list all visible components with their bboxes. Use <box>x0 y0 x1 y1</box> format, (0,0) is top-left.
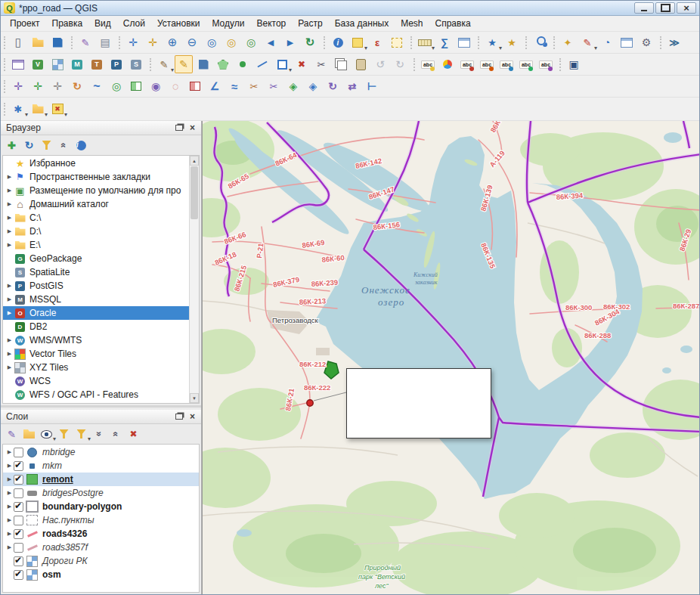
expander-icon[interactable] <box>5 201 14 207</box>
print-layout-button[interactable] <box>96 33 114 51</box>
open-layer-styling-button[interactable] <box>3 426 20 442</box>
temporal-controller-button[interactable] <box>598 33 616 51</box>
remove-layer-button[interactable] <box>125 426 142 442</box>
close-panel-button[interactable] <box>187 122 198 133</box>
show-map-tips-button[interactable] <box>559 33 577 51</box>
browser-properties-button[interactable] <box>73 137 90 153</box>
zoom-full-extent-button[interactable] <box>203 33 221 51</box>
add-vector-layer-button[interactable] <box>29 55 47 73</box>
trim-extend-button[interactable] <box>363 77 381 95</box>
layer-item[interactable]: roads4326 <box>3 527 199 541</box>
browser-item[interactable]: Пространственные закладки <box>3 170 189 184</box>
layer-checkbox[interactable] <box>14 516 23 525</box>
layer-item[interactable]: mbridge <box>3 445 199 459</box>
filter-browser-button[interactable] <box>38 137 55 153</box>
new-map-view-button[interactable] <box>618 33 636 51</box>
browser-item[interactable]: Vector Tiles <box>3 347 189 361</box>
repair-point-marker[interactable] <box>307 400 313 406</box>
browser-item[interactable]: WCS <box>3 374 189 388</box>
zoom-to-layer-button[interactable] <box>242 33 260 51</box>
scroll-down-icon[interactable] <box>190 393 199 403</box>
map-canvas[interactable]: 86К-64 86К-142 86К-65 86К-147 А-119 86К-… <box>202 121 699 594</box>
open-project-button[interactable] <box>29 33 47 51</box>
minimize-button[interactable] <box>634 2 654 14</box>
expander-icon[interactable] <box>5 296 14 302</box>
expander-icon[interactable] <box>5 544 14 550</box>
expander-icon[interactable] <box>5 228 14 234</box>
add-mesh-layer-button[interactable] <box>68 55 86 73</box>
expander-icon[interactable] <box>5 476 14 482</box>
split-parts-button[interactable] <box>265 77 283 95</box>
highlight-pinned-labels-button[interactable] <box>478 55 496 73</box>
select-by-expression-button[interactable] <box>368 33 386 51</box>
menu-database[interactable]: База данных <box>329 17 395 30</box>
data-source-manager-button[interactable] <box>9 55 27 73</box>
pan-to-selection-button[interactable] <box>144 33 162 51</box>
split-features-button[interactable] <box>245 77 263 95</box>
vertex-tool-button[interactable] <box>273 55 291 73</box>
expander-icon[interactable] <box>5 449 14 455</box>
browser-item[interactable]: XYZ Tiles <box>3 361 189 374</box>
zoom-last-button[interactable] <box>262 33 280 51</box>
add-group-button[interactable] <box>20 426 38 442</box>
zoom-to-selection-button[interactable] <box>222 33 240 51</box>
layer-checkbox[interactable] <box>14 488 23 498</box>
fill-ring-button[interactable] <box>147 77 165 95</box>
menu-edit[interactable]: Правка <box>46 17 89 30</box>
filter-legend-button[interactable] <box>55 426 73 442</box>
enable-advanced-digitizing-button[interactable] <box>9 77 27 95</box>
copy-features-button[interactable] <box>332 55 350 73</box>
copy-move-feature-button[interactable] <box>48 77 67 95</box>
expander-icon[interactable] <box>5 187 14 194</box>
browser-item[interactable]: C:\ <box>3 211 189 225</box>
filter-by-expression-button[interactable] <box>73 426 90 442</box>
rotate-feature-button[interactable] <box>68 77 86 95</box>
browser-item[interactable]: Oracle <box>3 306 189 320</box>
merge-attributes-button[interactable] <box>304 77 322 95</box>
deselect-all-button[interactable] <box>388 33 406 51</box>
browser-item[interactable]: Избранное <box>3 156 189 170</box>
zoom-in-button[interactable] <box>163 33 181 51</box>
layer-checkbox[interactable] <box>14 529 23 539</box>
menu-mesh[interactable]: Mesh <box>395 17 429 30</box>
show-bookmarks-button[interactable] <box>503 33 521 51</box>
identify-results-panel-button[interactable] <box>565 55 583 73</box>
expander-icon[interactable] <box>5 490 14 496</box>
title-bar[interactable]: Q *ppo_road — QGIS <box>1 1 699 16</box>
measure-button[interactable] <box>416 33 434 51</box>
browser-item[interactable]: WFS / OGC API - Features <box>3 388 189 401</box>
browser-item[interactable]: GeoPackage <box>3 252 189 265</box>
select-features-button[interactable] <box>348 33 367 51</box>
attribute-table-button[interactable] <box>455 33 473 51</box>
expander-icon[interactable] <box>5 531 14 537</box>
add-line-feature-button[interactable] <box>253 55 271 73</box>
browser-item[interactable]: E:\ <box>3 238 189 252</box>
layer-item[interactable]: remont <box>3 473 199 486</box>
expander-icon[interactable] <box>5 337 14 343</box>
menu-layer[interactable]: Слой <box>117 17 151 30</box>
browser-item[interactable]: DB2 <box>3 320 189 333</box>
layer-checkbox[interactable] <box>14 461 23 471</box>
python-console-button[interactable] <box>665 33 683 51</box>
selection-tools-button[interactable] <box>48 100 67 118</box>
delete-part-button[interactable] <box>186 77 204 95</box>
collapse-all-button[interactable] <box>55 137 73 153</box>
menu-help[interactable]: Справка <box>429 17 477 30</box>
expand-all-button[interactable] <box>90 426 107 442</box>
expander-icon[interactable] <box>5 310 14 316</box>
layer-diagram-button[interactable] <box>438 55 457 73</box>
layer-labeling-button[interactable] <box>419 55 437 73</box>
undo-button[interactable] <box>371 55 389 73</box>
move-feature-button[interactable] <box>29 77 47 95</box>
add-point-feature-button[interactable] <box>234 55 252 73</box>
identify-features-button[interactable] <box>329 33 347 51</box>
save-project-button[interactable] <box>48 33 67 51</box>
float-panel-button[interactable] <box>173 411 184 422</box>
browser-item[interactable]: PostGIS <box>3 279 189 293</box>
new-bookmark-button[interactable] <box>483 33 501 51</box>
locator-search-button[interactable] <box>531 33 549 51</box>
menu-settings[interactable]: Установки <box>151 17 206 30</box>
expander-icon[interactable] <box>5 283 14 289</box>
expander-icon[interactable] <box>5 351 14 357</box>
vector-tools-button[interactable] <box>9 100 27 118</box>
